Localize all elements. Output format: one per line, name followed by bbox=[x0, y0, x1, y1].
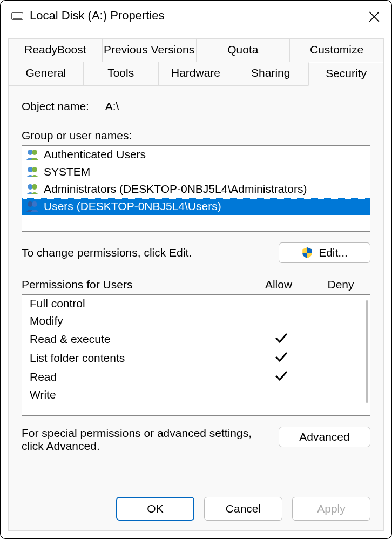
window-title: Local Disk (A:) Properties bbox=[30, 9, 382, 23]
apply-button[interactable]: Apply bbox=[292, 497, 370, 521]
list-item-label: SYSTEM bbox=[44, 165, 90, 178]
list-item-label: Authenticated Users bbox=[44, 148, 146, 161]
tabs-row-2: General Tools Hardware Sharing Security bbox=[9, 62, 383, 86]
tab-sharing[interactable]: Sharing bbox=[233, 62, 308, 86]
permissions-for-label: Permissions for Users bbox=[22, 278, 246, 291]
edit-button[interactable]: Edit... bbox=[279, 242, 370, 263]
tab-customize[interactable]: Customize bbox=[290, 39, 383, 62]
permission-row: List folder contents bbox=[22, 348, 370, 367]
tab-general[interactable]: General bbox=[9, 62, 84, 86]
list-item[interactable]: Administrators (DESKTOP-0NBJ5L4\Administ… bbox=[22, 180, 370, 198]
tab-tools[interactable]: Tools bbox=[84, 62, 159, 86]
permission-name: Write bbox=[30, 388, 249, 401]
properties-window: Local Disk (A:) Properties ReadyBoost Pr… bbox=[0, 0, 392, 539]
cancel-button-label: Cancel bbox=[226, 502, 261, 515]
user-list[interactable]: Authenticated Users SYSTEM Administrator… bbox=[22, 145, 370, 232]
list-item[interactable]: SYSTEM bbox=[22, 163, 370, 180]
list-item-label: Users (DESKTOP-0NBJ5L4\Users) bbox=[44, 200, 221, 213]
ok-button[interactable]: OK bbox=[116, 497, 194, 521]
tabs-row-1: ReadyBoost Previous Versions Quota Custo… bbox=[9, 39, 383, 62]
edit-hint: To change permissions, click Edit. bbox=[22, 246, 192, 259]
allow-mark bbox=[249, 332, 314, 346]
object-name-row: Object name: A:\ bbox=[22, 100, 370, 113]
permission-name: Read & execute bbox=[30, 333, 249, 346]
tab-security[interactable]: Security bbox=[308, 62, 383, 86]
allow-header: Allow bbox=[246, 278, 311, 291]
check-icon bbox=[274, 333, 289, 346]
check-icon bbox=[274, 371, 289, 383]
permission-name: List folder contents bbox=[30, 352, 249, 365]
permission-row: Modify bbox=[22, 312, 370, 329]
permissions-header: Permissions for Users Allow Deny bbox=[22, 278, 370, 291]
list-item-label: Administrators (DESKTOP-0NBJ5L4\Administ… bbox=[44, 183, 307, 196]
users-icon bbox=[25, 183, 42, 196]
advanced-row: For special permissions or advanced sett… bbox=[22, 427, 370, 453]
tab-panel-security: Object name: A:\ Group or user names: Au… bbox=[9, 86, 383, 453]
object-name-value: A:\ bbox=[105, 100, 119, 112]
close-icon bbox=[368, 11, 380, 23]
tab-readyboost[interactable]: ReadyBoost bbox=[9, 39, 103, 62]
advanced-button[interactable]: Advanced bbox=[279, 427, 370, 447]
tab-hardware[interactable]: Hardware bbox=[159, 62, 234, 86]
permission-row: Read & execute bbox=[22, 329, 370, 348]
permission-row: Write bbox=[22, 386, 370, 403]
check-icon bbox=[274, 352, 289, 365]
svg-point-5 bbox=[32, 167, 37, 172]
dialog-buttons: OK Cancel Apply bbox=[116, 497, 370, 521]
edit-row: To change permissions, click Edit. Edit.… bbox=[22, 242, 370, 263]
tab-previous-versions[interactable]: Previous Versions bbox=[103, 39, 197, 62]
svg-point-7 bbox=[32, 184, 37, 190]
svg-point-9 bbox=[32, 201, 37, 207]
object-name-label: Object name: bbox=[22, 100, 103, 113]
permissions-list[interactable]: Full control Modify Read & execute List … bbox=[22, 294, 370, 416]
titlebar: Local Disk (A:) Properties bbox=[1, 1, 391, 30]
scrollbar[interactable] bbox=[366, 300, 368, 403]
cancel-button[interactable]: Cancel bbox=[204, 497, 282, 521]
list-item[interactable]: Authenticated Users bbox=[22, 146, 370, 163]
edit-button-label: Edit... bbox=[319, 246, 348, 259]
users-icon bbox=[25, 200, 42, 213]
advanced-button-label: Advanced bbox=[299, 430, 349, 443]
permission-name: Full control bbox=[30, 297, 249, 310]
deny-header: Deny bbox=[311, 278, 370, 291]
users-icon bbox=[25, 148, 42, 161]
svg-point-3 bbox=[32, 150, 37, 155]
tab-quota[interactable]: Quota bbox=[197, 39, 290, 62]
permission-row: Full control bbox=[22, 295, 370, 312]
content-area: ReadyBoost Previous Versions Quota Custo… bbox=[8, 38, 384, 531]
shield-icon bbox=[301, 247, 313, 259]
apply-button-label: Apply bbox=[317, 502, 346, 515]
permission-name: Modify bbox=[30, 314, 249, 327]
ok-button-label: OK bbox=[147, 502, 163, 515]
permission-name: Read bbox=[30, 370, 249, 383]
users-icon bbox=[25, 165, 42, 178]
permission-row: Read bbox=[22, 367, 370, 386]
drive-icon bbox=[11, 12, 23, 20]
close-button[interactable] bbox=[363, 6, 385, 28]
list-item[interactable]: Users (DESKTOP-0NBJ5L4\Users) bbox=[22, 198, 370, 215]
group-users-label: Group or user names: bbox=[22, 129, 370, 142]
allow-mark bbox=[249, 351, 314, 365]
allow-mark bbox=[249, 369, 314, 384]
advanced-hint: For special permissions or advanced sett… bbox=[22, 427, 279, 453]
